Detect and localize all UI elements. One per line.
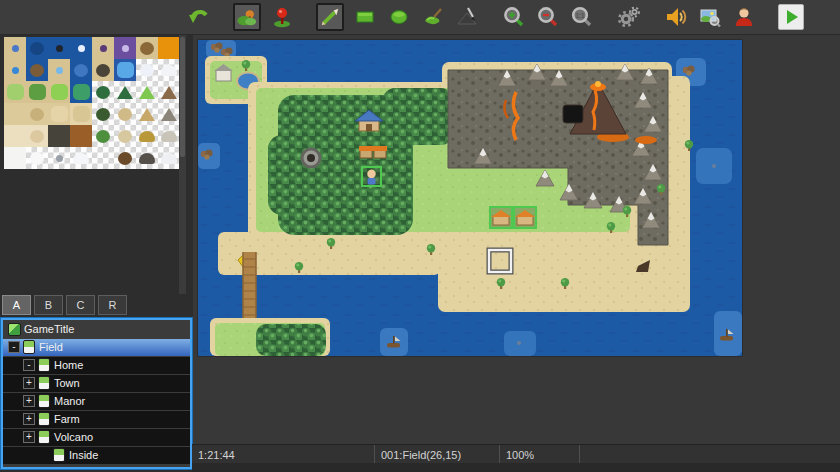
palette-tab-a[interactable]: A	[2, 295, 31, 315]
character-generator-button[interactable]	[731, 4, 757, 30]
palette-tile[interactable]	[114, 125, 136, 147]
palette-tile[interactable]	[70, 103, 92, 125]
options-button[interactable]	[616, 4, 642, 30]
palette-tile[interactable]	[48, 59, 70, 81]
event-edit-mode-button[interactable]	[269, 4, 295, 30]
palette-tile[interactable]	[158, 81, 180, 103]
palette-tile[interactable]	[4, 147, 26, 169]
palette-scrollbar[interactable]	[179, 35, 186, 294]
palette-tile[interactable]	[136, 125, 158, 147]
event-tent-1[interactable]	[490, 207, 512, 228]
tree-expander[interactable]: +	[23, 377, 35, 389]
map-edit-mode-button[interactable]	[233, 3, 261, 31]
map-file-icon	[38, 394, 50, 408]
tree-item-label: Farm	[54, 413, 80, 425]
event-character[interactable]	[362, 167, 381, 186]
palette-tile[interactable]	[92, 147, 114, 169]
tree-item-inside[interactable]: Inside	[3, 447, 190, 464]
tree-item-field[interactable]: -Field	[3, 339, 190, 356]
sound-test-button[interactable]	[663, 4, 689, 30]
tree-expander[interactable]: -	[23, 359, 35, 371]
palette-tile[interactable]	[92, 59, 114, 81]
palette-tile[interactable]	[158, 125, 180, 147]
zoom-in-button[interactable]	[501, 4, 527, 30]
palette-tile[interactable]	[114, 59, 136, 81]
event-tent-2[interactable]	[514, 207, 536, 228]
palette-tile[interactable]	[4, 125, 26, 147]
pencil-tool-button[interactable]	[316, 3, 344, 31]
palette-tab-b[interactable]: B	[34, 295, 63, 315]
map-canvas[interactable]	[198, 40, 742, 356]
zoom-out-button[interactable]	[535, 4, 561, 30]
shadow-pen-tool-button[interactable]	[454, 4, 480, 30]
resource-manager-button[interactable]	[697, 4, 723, 30]
tree-expander[interactable]: +	[23, 413, 35, 425]
palette-tabs: ABCR	[2, 294, 130, 316]
palette-tile[interactable]	[26, 37, 48, 59]
palette-tile[interactable]	[158, 147, 180, 169]
palette-tile[interactable]	[48, 81, 70, 103]
palette-tile[interactable]	[136, 103, 158, 125]
ellipse-tool-button[interactable]	[386, 4, 412, 30]
palette-tile[interactable]	[114, 147, 136, 169]
palette-tile[interactable]	[26, 103, 48, 125]
zoom-actual-size-button[interactable]: 1:1	[569, 4, 595, 30]
tree-item-gametitle[interactable]: GameTitle	[3, 321, 190, 338]
tree-item-town[interactable]: +Town	[3, 375, 190, 392]
palette-tile[interactable]	[158, 37, 180, 59]
playtest-button[interactable]	[778, 4, 804, 30]
palette-tile[interactable]	[92, 81, 114, 103]
palette-tile[interactable]	[4, 59, 26, 81]
tree-expander[interactable]: +	[23, 431, 35, 443]
palette-tile[interactable]	[136, 147, 158, 169]
palette-tile[interactable]	[136, 81, 158, 103]
rectangle-tool-button[interactable]	[352, 4, 378, 30]
palette-tile[interactable]	[70, 37, 92, 59]
tree-item-label: Town	[54, 377, 80, 389]
tree-expander[interactable]: -	[8, 341, 20, 353]
palette-tile[interactable]	[70, 147, 92, 169]
undo-button[interactable]	[186, 4, 212, 30]
palette-tile[interactable]	[70, 81, 92, 103]
palette-tile[interactable]	[26, 81, 48, 103]
svg-text:1:1: 1:1	[575, 12, 585, 19]
palette-tile[interactable]	[48, 37, 70, 59]
palette-tile[interactable]	[92, 125, 114, 147]
palette-tile[interactable]	[48, 125, 70, 147]
tree-item-label: Inside	[69, 449, 98, 461]
palette-tile[interactable]	[26, 125, 48, 147]
palette-tile[interactable]	[114, 37, 136, 59]
status-segment-2: 100%	[500, 445, 580, 464]
tree-expander[interactable]: +	[23, 395, 35, 407]
speaker-icon	[664, 5, 688, 29]
palette-tile[interactable]	[136, 59, 158, 81]
palette-tile[interactable]	[114, 81, 136, 103]
palette-tile[interactable]	[114, 103, 136, 125]
palette-tab-r[interactable]: R	[98, 295, 127, 315]
palette-tile[interactable]	[136, 37, 158, 59]
palette-tile[interactable]	[70, 59, 92, 81]
palette-tile[interactable]	[48, 147, 70, 169]
tree-item-volcano[interactable]: +Volcano	[3, 429, 190, 446]
palette-tile[interactable]	[92, 37, 114, 59]
palette-tile[interactable]	[48, 103, 70, 125]
tree-item-manor[interactable]: +Manor	[3, 393, 190, 410]
tree-item-label: GameTitle	[24, 323, 74, 335]
tree-item-farm[interactable]: +Farm	[3, 411, 190, 428]
tileset-grid[interactable]	[4, 37, 180, 169]
tree-item-home[interactable]: -Home	[3, 357, 190, 374]
palette-tile[interactable]	[4, 81, 26, 103]
palette-tile[interactable]	[158, 103, 180, 125]
palette-tile[interactable]	[70, 125, 92, 147]
palette-tile[interactable]	[92, 103, 114, 125]
flood-fill-tool-button[interactable]	[420, 4, 446, 30]
palette-tile[interactable]	[158, 59, 180, 81]
palette-tab-c[interactable]: C	[66, 295, 95, 315]
map-tree[interactable]: GameTitle-Field-Home+Town+Manor+Farm+Vol…	[1, 318, 192, 469]
palette-tile[interactable]	[26, 59, 48, 81]
palette-tile[interactable]	[4, 103, 26, 125]
zoom-in-icon	[502, 5, 526, 29]
palette-scrollbar-thumb[interactable]	[180, 37, 185, 157]
palette-tile[interactable]	[4, 37, 26, 59]
palette-tile[interactable]	[26, 147, 48, 169]
